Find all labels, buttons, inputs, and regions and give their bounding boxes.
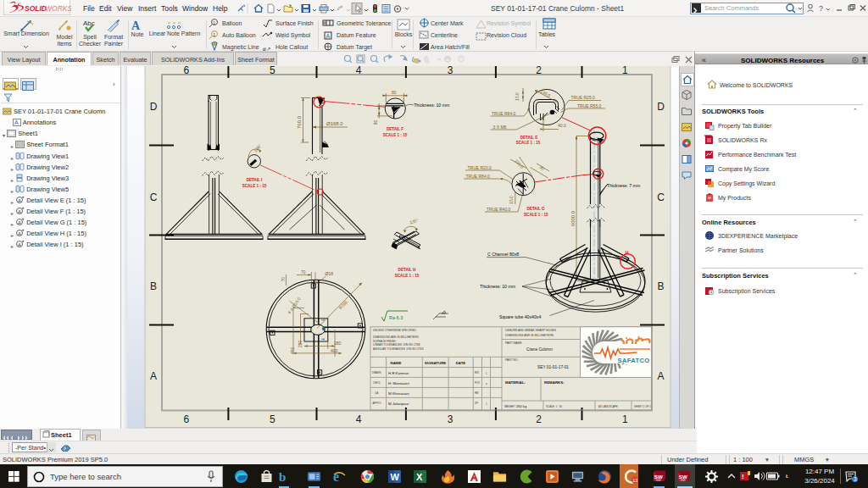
svg-text:W: W [391,472,400,482]
svg-text:DIMENSIONS ARE IN MILLIMETERS: DIMENSIONS ARE IN MILLIMETERS [373,336,419,339]
svg-text:A3 LANDSCAPE: A3 LANDSCAPE [598,405,618,408]
svg-text:SCALE: 1 : 30: SCALE: 1 : 30 [546,405,562,408]
svg-text:D: D [657,101,665,113]
svg-text:PART NO.: PART NO. [505,358,519,362]
svg-text:Thickness: 7 mm: Thickness: 7 mm [607,183,640,188]
svg-text:760.0: 760.0 [297,115,302,129]
svg-text:H.R.Kamran: H.R.Kamran [388,371,409,375]
svg-text:A: A [150,370,157,382]
svg-text:3: 3 [448,66,453,76]
svg-text:REMARKS:: REMARKS: [544,380,565,385]
svg-text:C Channel 80x8: C Channel 80x8 [487,252,519,257]
svg-text:UNLESS OTHERWISE SPECIFIED:: UNLESS OTHERWISE SPECIFIED: [373,329,417,332]
svg-text:CHK'D: CHK'D [373,381,380,385]
svg-text:PART NAME:: PART NAME: [505,341,522,345]
svg-text:SCALE 1 : 15: SCALE 1 : 15 [524,213,548,217]
svg-text:™: ™ [625,363,627,367]
svg-text:6: 6 [183,413,189,425]
svg-text:3: 3 [854,476,857,482]
svg-text:TRUE R40.0: TRUE R40.0 [487,207,511,212]
svg-text:RM: RM [475,391,479,395]
svg-text:280: 280 [334,341,342,346]
svg-text:RW.: RW. [475,371,479,374]
svg-text:DETAIL E: DETAIL E [520,136,538,140]
svg-text:A: A [18,241,21,247]
svg-text:POS: POS [475,381,480,385]
svg-text:Thickness: 10 mm: Thickness: 10 mm [414,103,449,108]
svg-text:X: X [416,472,423,482]
svg-text:B: B [657,280,664,292]
svg-text:6: 6 [183,66,189,76]
svg-text:70: 70 [281,277,286,282]
svg-text:ANGULAR TOLERANCES: DIN ISO 2: ANGULAR TOLERANCES: DIN ISO 2768 [373,347,424,351]
svg-text:2: 2 [536,413,542,425]
svg-text:WORKS: WORKS [45,4,71,13]
svg-text:Ø18: Ø18 [326,271,334,276]
svg-text:6000.0: 6000.0 [570,210,576,226]
svg-text:80: 80 [392,90,397,95]
svg-text:A: A [326,33,331,39]
svg-text:A: A [657,370,664,382]
svg-text:Ø168.0: Ø168.0 [326,121,343,126]
svg-text:1: 1 [622,66,628,76]
svg-text:5: 5 [270,413,275,425]
svg-text:NAME: NAME [391,361,402,365]
svg-text:⌀↗: ⌀↗ [263,46,270,52]
svg-text:D: D [150,101,158,113]
svg-text:40.0: 40.0 [558,123,566,128]
svg-text:SHEET 1 OF 1: SHEET 1 OF 1 [634,405,651,408]
svg-text:2016: 2016 [656,479,661,482]
svg-text:LINEAR TOLERANCES: DIN ISO: LINEAR TOLERANCES: DIN ISO 2768 [373,343,420,347]
svg-text:C: C [657,191,665,203]
svg-text:A: A [18,230,21,236]
svg-text:A: A [18,219,21,225]
svg-text:DETAIL H: DETAIL H [398,268,416,272]
svg-text:B: B [150,280,157,292]
svg-text:TRUE R55.0: TRUE R55.0 [577,103,602,108]
svg-text:A: A [131,19,141,32]
svg-text:SIGNATURE: SIGNATURE [425,361,447,365]
svg-text:3: 3 [448,413,453,425]
svg-text:A: A [14,119,19,125]
svg-text:TRUE R20.0: TRUE R20.0 [468,165,492,170]
svg-text:QA: QA [375,391,378,395]
svg-text:SCALE 1 : 15: SCALE 1 : 15 [242,184,267,188]
svg-text:DATE: DATE [456,361,466,365]
svg-text:C: C [150,191,158,203]
svg-text:5: 5 [270,66,275,76]
svg-text:H. Montazeri: H. Montazeri [388,381,409,385]
svg-text:15.0: 15.0 [509,196,514,204]
svg-text:!: ! [742,473,744,480]
svg-text:70: 70 [301,269,306,274]
svg-text:400: 400 [290,347,295,354]
svg-text:SOLID: SOLID [25,4,47,13]
svg-text:280: 280 [298,340,303,347]
svg-text:SURFACE FINISH:: SURFACE FINISH: [373,340,396,343]
svg-text:b: b [279,470,286,484]
svg-text:DEBURR AND BREAK SHARP EDGES: DEBURR AND BREAK SHARP EDGES [505,329,557,332]
svg-text:4: 4 [356,413,362,425]
svg-text:A: A [18,197,21,202]
svg-text:SAFATCO: SAFATCO [618,357,650,364]
svg-text:DP: DP [475,402,478,405]
svg-text:DRAWN: DRAWN [372,371,381,374]
svg-text:15.0: 15.0 [515,92,520,101]
svg-text:1: 1 [622,413,628,425]
svg-text:Crane Culomn: Crane Culomn [526,347,553,352]
svg-text:TRUE R84.0: TRUE R84.0 [492,111,516,116]
svg-text:A: A [18,208,21,214]
svg-text:SCALE 1 : 15: SCALE 1 : 15 [516,141,541,145]
svg-text:M.Khorasani: M.Khorasani [388,391,409,396]
svg-text:MATERIAL:: MATERIAL: [505,380,526,385]
svg-text:Square tube 40x40x4: Square tube 40x40x4 [499,314,541,319]
svg-text:400: 400 [331,348,338,353]
svg-text:3 X M8: 3 X M8 [493,125,507,130]
svg-text:DETAIL F: DETAIL F [387,127,403,131]
svg-text:APPV'D: APPV'D [373,402,381,405]
svg-text:TRUE R84.0: TRUE R84.0 [466,174,491,179]
svg-text:2019: 2019 [681,479,686,482]
svg-text:WEIGHT: 260 kg: WEIGHT: 260 kg [504,404,527,408]
svg-text:?: ? [819,4,823,13]
svg-text:DIMENSIONS ARE IN MILLIMETERS: DIMENSIONS ARE IN MILLIMETERS [505,334,554,337]
svg-text:4: 4 [356,66,362,76]
